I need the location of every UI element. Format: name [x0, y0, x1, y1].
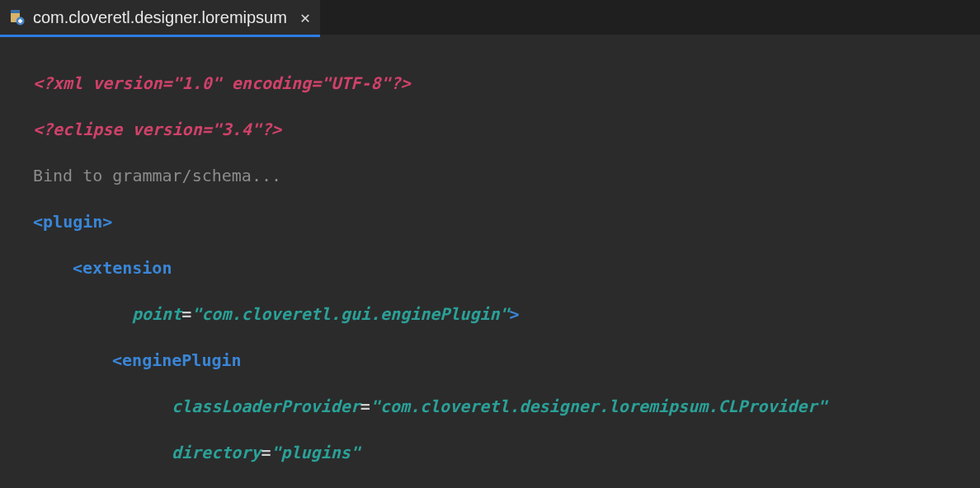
close-icon[interactable]: ✕ — [300, 9, 310, 26]
svg-rect-1 — [11, 10, 20, 13]
xml-declaration: <?xml version="1.0" encoding="UTF-8"?> — [33, 73, 411, 93]
val-directory: "plugins" — [271, 443, 360, 462]
editor-tab[interactable]: com.cloveretl.designer.loremipsum ✕ — [0, 0, 320, 35]
code-editor[interactable]: <?xml version="1.0" encoding="UTF-8"?> <… — [0, 37, 980, 488]
val-point: "com.cloveretl.gui.enginePlugin" — [191, 304, 509, 324]
tab-bar: com.cloveretl.designer.loremipsum ✕ — [0, 0, 980, 35]
attr-point: point — [132, 304, 181, 324]
plugin-open-tag: plugin — [43, 212, 102, 232]
xml-file-icon — [8, 9, 25, 26]
attr-classloaderprovider: classLoaderProvider — [172, 396, 360, 416]
extension-open-tag: extension — [82, 258, 172, 278]
engineplugin-open-tag: enginePlugin — [122, 350, 242, 370]
val-classloaderprovider: "com.cloveretl.designer.loremipsum.CLPro… — [370, 396, 827, 416]
tab-title: com.cloveretl.designer.loremipsum — [33, 8, 287, 27]
attr-directory: directory — [172, 443, 261, 462]
svg-rect-4 — [20, 19, 21, 23]
schema-hint[interactable]: Bind to grammar/schema... — [33, 166, 281, 185]
eclipse-pi: <?eclipse version="3.4"?> — [33, 120, 281, 139]
